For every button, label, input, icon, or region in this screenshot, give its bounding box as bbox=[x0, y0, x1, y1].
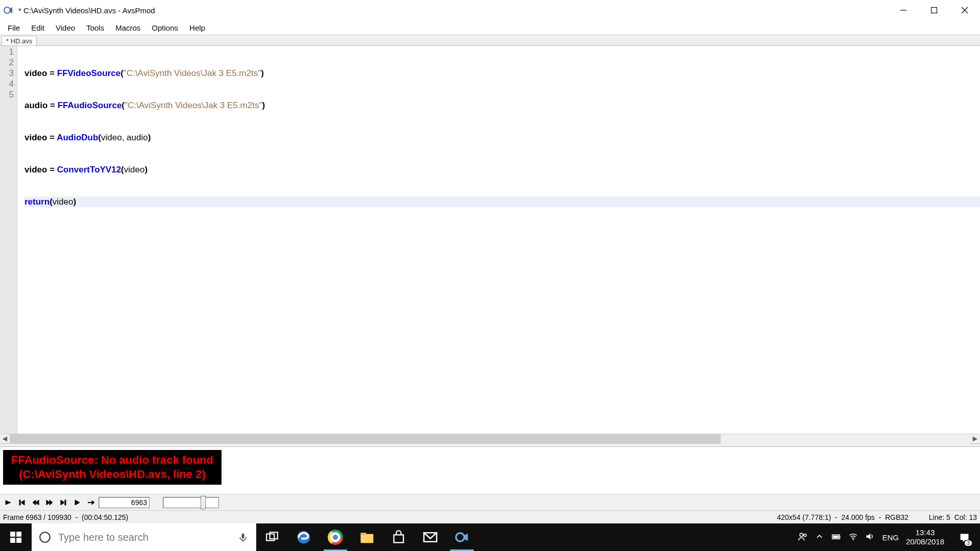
taskbar-chrome[interactable] bbox=[320, 523, 351, 551]
svg-marker-10 bbox=[46, 500, 50, 505]
external-player-button[interactable] bbox=[85, 496, 97, 509]
taskbar-avspmod[interactable] bbox=[446, 523, 478, 551]
taskbar-explorer[interactable] bbox=[351, 523, 383, 551]
svg-rect-20 bbox=[16, 538, 21, 543]
menu-tools[interactable]: Tools bbox=[81, 22, 110, 34]
menu-video[interactable]: Video bbox=[50, 22, 81, 34]
frame-number-input[interactable] bbox=[99, 497, 150, 508]
line-number: 1 bbox=[0, 46, 14, 57]
preview-pane: FFAudioSource: No audio track found (C:\… bbox=[0, 447, 980, 494]
line-number-gutter: 1 2 3 4 5 bbox=[0, 46, 17, 434]
svg-point-0 bbox=[4, 7, 10, 13]
action-center-button[interactable]: 3 bbox=[951, 523, 977, 551]
tabstrip: * HD.avs bbox=[0, 35, 980, 46]
prev-keyframe-button[interactable] bbox=[30, 496, 42, 509]
svg-rect-17 bbox=[10, 532, 15, 537]
taskbar-search-input[interactable] bbox=[58, 532, 230, 543]
svg-point-37 bbox=[800, 533, 803, 536]
toggle-preview-button[interactable] bbox=[2, 496, 14, 509]
svg-marker-12 bbox=[61, 500, 64, 505]
last-frame-button[interactable] bbox=[57, 496, 69, 509]
mic-icon[interactable] bbox=[230, 523, 256, 551]
app-icon bbox=[3, 5, 13, 15]
task-view-button[interactable] bbox=[256, 523, 288, 551]
svg-marker-43 bbox=[867, 533, 871, 540]
svg-point-42 bbox=[853, 539, 854, 540]
svg-point-21 bbox=[40, 532, 50, 542]
svg-rect-13 bbox=[65, 500, 66, 505]
code-line: audio = FFAudioSource("C:\AviSynth Video… bbox=[24, 100, 980, 111]
svg-rect-32 bbox=[361, 534, 374, 543]
windows-taskbar: ENG 13:43 20/08/2018 3 bbox=[0, 523, 980, 551]
close-button[interactable] bbox=[949, 0, 980, 20]
error-line-2: (C:\AviSynth Videos\HD.avs, line 2) bbox=[11, 467, 213, 482]
wifi-icon[interactable] bbox=[848, 532, 858, 543]
svg-marker-9 bbox=[36, 500, 39, 505]
code-area[interactable]: video = FFVideoSource("C:\AviSynth Video… bbox=[17, 46, 980, 434]
line-number: 5 bbox=[0, 89, 14, 100]
editor[interactable]: 1 2 3 4 5 video = FFVideoSource("C:\AviS… bbox=[0, 46, 980, 434]
language-indicator[interactable]: ENG bbox=[882, 533, 899, 542]
svg-point-31 bbox=[333, 535, 338, 540]
status-video-info: 420x54 (7.778:1) - 24.000 fps - RGB32 bbox=[777, 513, 909, 521]
svg-rect-40 bbox=[840, 536, 841, 538]
window-title: * C:\AviSynth Videos\HD.avs - AvsPmod bbox=[18, 6, 155, 15]
clock-time: 13:43 bbox=[906, 528, 944, 537]
svg-rect-44 bbox=[961, 534, 968, 539]
tray-chevron-icon[interactable] bbox=[815, 532, 824, 543]
svg-point-38 bbox=[804, 534, 806, 537]
menu-edit[interactable]: Edit bbox=[26, 22, 50, 34]
cortana-icon bbox=[32, 531, 58, 544]
svg-rect-6 bbox=[19, 500, 20, 505]
menubar: File Edit Video Tools Macros Options Hel… bbox=[0, 20, 980, 35]
people-icon[interactable] bbox=[798, 532, 807, 543]
transport-bar bbox=[0, 494, 980, 510]
svg-marker-11 bbox=[50, 500, 53, 505]
splitter[interactable] bbox=[0, 443, 980, 447]
start-button[interactable] bbox=[0, 523, 32, 551]
svg-rect-34 bbox=[394, 535, 404, 542]
menu-macros[interactable]: Macros bbox=[110, 22, 146, 34]
taskbar-store[interactable] bbox=[383, 523, 414, 551]
play-button[interactable] bbox=[71, 496, 83, 509]
menu-file[interactable]: File bbox=[2, 22, 26, 34]
error-line-1: FFAudioSource: No audio track found bbox=[11, 453, 213, 467]
menu-help[interactable]: Help bbox=[184, 22, 211, 34]
svg-marker-16 bbox=[92, 500, 94, 505]
first-frame-button[interactable] bbox=[16, 496, 28, 509]
line-number: 3 bbox=[0, 68, 14, 79]
system-tray: ENG 13:43 20/08/2018 3 bbox=[798, 523, 980, 551]
line-number: 2 bbox=[0, 57, 14, 68]
svg-rect-33 bbox=[361, 533, 366, 535]
clock-date: 20/08/2018 bbox=[906, 537, 944, 546]
menu-options[interactable]: Options bbox=[146, 22, 184, 34]
taskbar-mail[interactable] bbox=[414, 523, 446, 551]
svg-marker-14 bbox=[75, 500, 80, 505]
maximize-button[interactable] bbox=[919, 0, 949, 20]
next-keyframe-button[interactable] bbox=[43, 496, 56, 509]
scroll-track[interactable] bbox=[10, 434, 970, 444]
code-line: return(video) bbox=[24, 196, 980, 207]
volume-icon[interactable] bbox=[865, 532, 875, 543]
minimize-button[interactable] bbox=[888, 0, 919, 20]
code-line: video = AudioDub(video, audio) bbox=[24, 132, 980, 143]
svg-rect-18 bbox=[16, 532, 21, 537]
seek-slider[interactable] bbox=[163, 497, 219, 508]
file-tab[interactable]: * HD.avs bbox=[2, 36, 37, 45]
scroll-thumb[interactable] bbox=[10, 434, 721, 444]
svg-marker-8 bbox=[33, 500, 36, 505]
battery-icon[interactable] bbox=[831, 532, 841, 543]
statusbar: Frame 6963 / 109930 - (00:04:50.125) 420… bbox=[0, 510, 980, 523]
line-number: 4 bbox=[0, 79, 14, 89]
taskbar-edge[interactable] bbox=[288, 523, 320, 551]
scroll-right-button[interactable]: ► bbox=[970, 434, 980, 444]
taskbar-clock[interactable]: 13:43 20/08/2018 bbox=[906, 528, 944, 546]
taskbar-search[interactable] bbox=[32, 523, 256, 551]
horizontal-scrollbar[interactable]: ◄ ► bbox=[0, 434, 980, 443]
scroll-left-button[interactable]: ◄ bbox=[0, 434, 10, 444]
seek-handle[interactable] bbox=[201, 496, 206, 509]
svg-marker-5 bbox=[6, 500, 11, 505]
titlebar: * C:\AviSynth Videos\HD.avs - AvsPmod bbox=[0, 0, 980, 20]
status-cursor-info: Line: 5 Col: 13 bbox=[929, 513, 977, 521]
svg-rect-22 bbox=[242, 534, 244, 539]
